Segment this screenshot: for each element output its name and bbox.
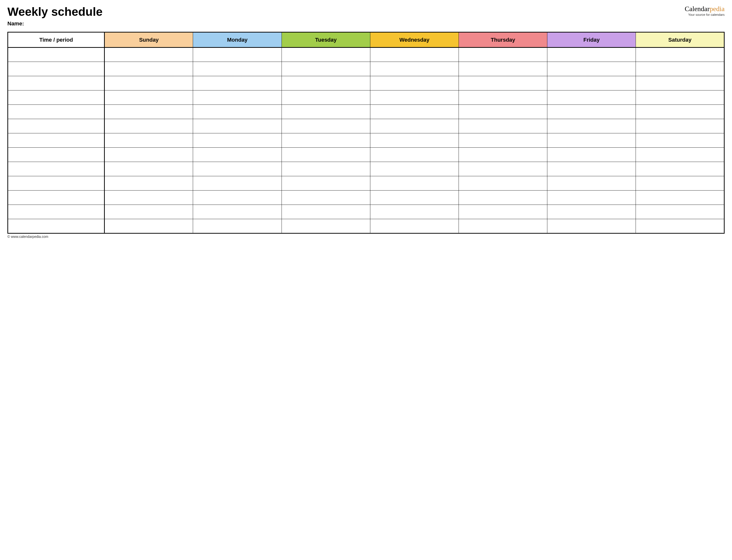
schedule-cell: [370, 105, 459, 119]
header-row: Time / period Sunday Monday Tuesday Wedn…: [8, 32, 724, 48]
schedule-cell: [636, 105, 724, 119]
schedule-cell: [636, 90, 724, 105]
schedule-cell: [105, 76, 193, 90]
day-header-saturday: Saturday: [636, 32, 724, 48]
day-header-friday: Friday: [547, 32, 636, 48]
schedule-cell: [105, 119, 193, 133]
schedule-cell: [282, 90, 370, 105]
schedule-cell: [547, 48, 636, 62]
time-period-header: Time / period: [8, 32, 105, 48]
schedule-cell: [636, 148, 724, 162]
schedule-cell: [282, 148, 370, 162]
day-header-monday: Monday: [193, 32, 282, 48]
schedule-cell: [193, 191, 282, 205]
schedule-cell: [282, 205, 370, 219]
schedule-cell: [636, 48, 724, 62]
schedule-cell: [459, 133, 547, 148]
table-row: [8, 133, 724, 148]
table-row: [8, 176, 724, 191]
table-row: [8, 205, 724, 219]
schedule-body: [8, 48, 724, 233]
schedule-cell: [459, 62, 547, 76]
schedule-cell: [370, 133, 459, 148]
schedule-cell: [193, 90, 282, 105]
schedule-cell: [282, 162, 370, 176]
schedule-cell: [105, 219, 193, 233]
schedule-cell: [193, 133, 282, 148]
page-title: Weekly schedule: [7, 5, 103, 18]
table-row: [8, 148, 724, 162]
schedule-cell: [105, 191, 193, 205]
schedule-cell: [547, 105, 636, 119]
schedule-cell: [459, 176, 547, 191]
day-header-thursday: Thursday: [459, 32, 547, 48]
table-row: [8, 62, 724, 76]
schedule-cell: [282, 219, 370, 233]
schedule-cell: [547, 162, 636, 176]
schedule-cell: [370, 90, 459, 105]
table-row: [8, 119, 724, 133]
schedule-cell: [459, 191, 547, 205]
table-row: [8, 219, 724, 233]
schedule-cell: [636, 133, 724, 148]
time-cell: [8, 191, 105, 205]
time-cell: [8, 90, 105, 105]
schedule-cell: [459, 219, 547, 233]
schedule-cell: [282, 48, 370, 62]
logo-text: Calendarpedia: [685, 5, 725, 13]
table-row: [8, 162, 724, 176]
schedule-cell: [459, 148, 547, 162]
schedule-cell: [636, 119, 724, 133]
schedule-cell: [459, 205, 547, 219]
schedule-cell: [547, 90, 636, 105]
schedule-cell: [193, 119, 282, 133]
schedule-cell: [547, 219, 636, 233]
schedule-cell: [282, 176, 370, 191]
schedule-cell: [105, 48, 193, 62]
day-header-wednesday: Wednesday: [370, 32, 459, 48]
time-cell: [8, 62, 105, 76]
schedule-cell: [193, 76, 282, 90]
table-row: [8, 105, 724, 119]
table-row: [8, 76, 724, 90]
schedule-cell: [547, 62, 636, 76]
schedule-cell: [193, 205, 282, 219]
time-cell: [8, 148, 105, 162]
schedule-cell: [636, 76, 724, 90]
time-cell: [8, 162, 105, 176]
schedule-cell: [193, 176, 282, 191]
schedule-cell: [459, 162, 547, 176]
schedule-cell: [193, 148, 282, 162]
schedule-cell: [370, 205, 459, 219]
schedule-cell: [547, 133, 636, 148]
schedule-cell: [636, 191, 724, 205]
schedule-cell: [193, 162, 282, 176]
schedule-cell: [370, 48, 459, 62]
schedule-cell: [282, 62, 370, 76]
schedule-cell: [370, 219, 459, 233]
schedule-cell: [547, 191, 636, 205]
header: Weekly schedule Calendarpedia Your sourc…: [7, 5, 725, 18]
schedule-cell: [105, 148, 193, 162]
time-cell: [8, 133, 105, 148]
logo-part1: Calendar: [685, 5, 710, 13]
time-cell: [8, 205, 105, 219]
table-row: [8, 90, 724, 105]
schedule-cell: [459, 119, 547, 133]
schedule-cell: [547, 119, 636, 133]
schedule-cell: [547, 176, 636, 191]
schedule-cell: [370, 148, 459, 162]
schedule-cell: [282, 105, 370, 119]
schedule-cell: [547, 76, 636, 90]
schedule-table: Time / period Sunday Monday Tuesday Wedn…: [7, 32, 725, 234]
schedule-cell: [193, 105, 282, 119]
time-cell: [8, 76, 105, 90]
schedule-cell: [459, 48, 547, 62]
time-cell: [8, 48, 105, 62]
logo: Calendarpedia Your source for calendars: [685, 5, 725, 17]
logo-tagline: Your source for calendars: [685, 13, 725, 17]
schedule-cell: [282, 76, 370, 90]
schedule-cell: [282, 119, 370, 133]
day-header-sunday: Sunday: [105, 32, 193, 48]
logo-part2: pedia: [710, 5, 725, 13]
